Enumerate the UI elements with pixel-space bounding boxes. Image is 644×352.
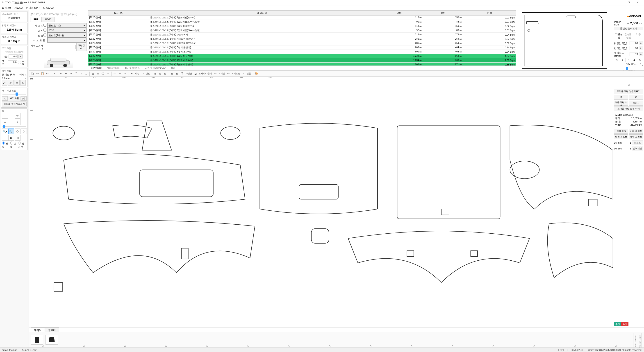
table-row[interactable]: [2020-현재]롤스로이스 고스트(2세대) 2열도어컵(조수석)113 ㎜1… bbox=[88, 24, 516, 28]
align-top-icon[interactable]: ⤒ bbox=[74, 71, 78, 76]
save-server-button[interactable]: 서버에 저장 bbox=[629, 129, 643, 134]
year-check[interactable] bbox=[44, 28, 46, 31]
repeat-count[interactable]: 5 bbox=[630, 147, 631, 150]
strip-label-b[interactable]: 자동차 윈도우마다 bbox=[638, 333, 642, 348]
undo-icon[interactable]: ↶ bbox=[45, 71, 50, 76]
height-input[interactable] bbox=[8, 60, 17, 64]
lock-checkbox[interactable] bbox=[18, 61, 21, 64]
num-tab-2[interactable]: 2 bbox=[620, 58, 626, 62]
pattern-canvas[interactable] bbox=[34, 81, 613, 327]
table-row[interactable]: [2020-현재]롤스로이스 고스트(2세대) 2열도어컵(조수석/일반)92 … bbox=[88, 28, 516, 33]
table-row[interactable]: [2020-현재]롤스로이스 고스트(2세대) B필러(조수석)600 ㎜404… bbox=[88, 50, 516, 54]
repeat-sec[interactable]: 30 Sec bbox=[614, 147, 622, 150]
r-button[interactable]: R bbox=[14, 80, 20, 85]
up-icon[interactable]: ▴ bbox=[25, 73, 26, 76]
palette-icon[interactable]: 🎨 bbox=[254, 71, 258, 76]
menu-file[interactable]: 파일(X) bbox=[14, 6, 23, 9]
e-button[interactable]: E bbox=[20, 80, 26, 85]
info-icon[interactable]: ⓘ bbox=[101, 71, 105, 76]
year-select[interactable]: 2020 bbox=[47, 28, 86, 33]
col-width[interactable]: 너비 bbox=[375, 10, 423, 15]
maker-check[interactable] bbox=[44, 24, 46, 26]
grid-icon[interactable]: ▦ bbox=[91, 71, 95, 76]
maximize-button[interactable]: ☐ bbox=[624, 0, 633, 5]
table-row[interactable]: [2020-현재]롤스로이스 고스트(2세대) 1열도어컵(조수석/일반)91 … bbox=[88, 20, 516, 24]
menu-license[interactable]: 라이선스(Y) bbox=[26, 6, 40, 9]
prev-button[interactable]: |◁ bbox=[2, 96, 8, 101]
pattern-list-button[interactable]: 패턴 리스트 bbox=[614, 134, 628, 139]
table-row[interactable]: [2020-현재]롤스로이스 고스트(2세대) 사이드미러(운전석)286 ㎜2… bbox=[88, 37, 516, 41]
outline-trim-icon[interactable]: ▭ bbox=[226, 71, 230, 76]
num-tab-5[interactable]: 5 bbox=[637, 58, 643, 62]
drop-zone[interactable]: ⊡ bbox=[614, 82, 643, 88]
cut-speed-input[interactable] bbox=[630, 52, 638, 56]
cutoff-button[interactable]: 컷오프 bbox=[632, 140, 643, 145]
strip-label-a[interactable]: 점선 추가 설정 방법 bbox=[633, 333, 637, 348]
text-icon[interactable]: A bbox=[96, 71, 100, 76]
tab-plotter[interactable]: 플로터 bbox=[45, 328, 59, 332]
align-middle-icon[interactable]: ⇕ bbox=[79, 71, 83, 76]
auto-arrange-icon[interactable]: ⊞ bbox=[170, 71, 174, 76]
table-row[interactable]: [2020-현재]롤스로이스 고스트(2세대) 사이드미러(조수석)286 ㎜2… bbox=[88, 41, 516, 45]
tab-dash-setting[interactable]: 점선컷설정 bbox=[624, 32, 634, 40]
copy-icon[interactable]: ⿻ bbox=[30, 71, 35, 76]
c-button[interactable]: C bbox=[629, 95, 643, 100]
tool-slider[interactable] bbox=[2, 126, 26, 127]
crop-tool-icon[interactable]: ◫ bbox=[15, 135, 20, 141]
delete-icon[interactable]: ✕ bbox=[52, 71, 56, 76]
subtab-basic[interactable]: 기본데이터 bbox=[89, 66, 104, 70]
tab-wnd[interactable]: WND bbox=[42, 17, 54, 21]
line-solid-icon[interactable]: — bbox=[113, 71, 117, 76]
group-icon[interactable]: ⊞ bbox=[153, 71, 158, 76]
subtab-review[interactable]: 리뷰,수정요청및Q&A bbox=[143, 66, 168, 70]
grid-tool-icon[interactable]: ▦ bbox=[8, 135, 14, 141]
rect-tool-icon[interactable]: ▭ bbox=[2, 119, 8, 125]
col-year[interactable]: 출고년도 bbox=[88, 10, 149, 15]
repeat-button[interactable]: 반복컷팅 bbox=[632, 146, 643, 151]
cutoff-mm[interactable]: 15 mm bbox=[614, 141, 622, 144]
split-icon[interactable]: ≡ bbox=[241, 71, 246, 76]
layout-slider[interactable] bbox=[2, 94, 26, 94]
search-button[interactable]: 패턴검색 bbox=[76, 43, 86, 51]
line-dash-icon[interactable]: ┄ bbox=[118, 71, 122, 76]
subtab-settings[interactable]: 설정 bbox=[168, 66, 178, 70]
ungroup-icon[interactable]: ⊟ bbox=[158, 71, 163, 76]
table-row[interactable]: [2020-현재]롤스로이스 고스트(2세대) B필러(운전석)600 ㎜404… bbox=[88, 45, 516, 50]
corner-icon[interactable]: ◢ bbox=[193, 71, 198, 76]
curve-tool-icon[interactable]: ⌒ bbox=[2, 135, 8, 141]
next-button[interactable]: ▷| bbox=[21, 96, 26, 101]
sub-select[interactable] bbox=[47, 38, 86, 42]
cutoff-count[interactable]: 1 bbox=[630, 141, 631, 144]
col-area[interactable]: 면적 bbox=[463, 10, 516, 15]
tab-editor[interactable]: 에디터 bbox=[31, 328, 45, 332]
batch-cut-button[interactable]: 모아둔 패턴 일괄자르기 bbox=[614, 89, 643, 94]
paint-add-icon[interactable]: 🖌+ bbox=[2, 80, 8, 85]
table-row[interactable]: [2020-현재]롤스로이스 고스트(2세대) 1열도어(운전석)1,234 ㎜… bbox=[88, 54, 516, 58]
paint-remove-icon[interactable]: 🖌- bbox=[8, 80, 14, 85]
model-check[interactable] bbox=[44, 33, 46, 36]
tab-ppf[interactable]: PPF bbox=[30, 17, 42, 21]
cut-press-input[interactable] bbox=[630, 41, 638, 45]
measure-icon[interactable]: ↔ bbox=[106, 71, 110, 76]
paste-icon[interactable]: 📋 bbox=[40, 71, 44, 76]
table-row[interactable]: [2020-현재]롤스로이스 고스트(2세대) 1열도어(조수석)1,234 ㎜… bbox=[88, 58, 516, 62]
refresh-tool-icon[interactable]: ⟳ bbox=[15, 113, 20, 119]
table-row[interactable]: [2020-현재]롤스로이스 고스트(2세대) 1열도어컵(조수석)112 ㎜1… bbox=[88, 15, 516, 20]
table-row[interactable]: [2020-현재]롤스로이스 고스트(2세대) 주유구커버218 ㎜179 ㎜0… bbox=[88, 33, 516, 37]
all-delete-button[interactable]: 모아둔 패턴 전부 삭제 bbox=[614, 106, 643, 111]
tab-basic-setting[interactable]: 기본설정 bbox=[614, 32, 624, 40]
circle-tool-icon[interactable]: ○ bbox=[15, 119, 20, 125]
subtab-user[interactable]: 사용자데이터 bbox=[104, 66, 122, 70]
num-tab-1[interactable]: 1 bbox=[614, 58, 620, 62]
num-tab-4[interactable]: 4 bbox=[632, 58, 637, 62]
cut-dot-radio[interactable]: 점선컷 bbox=[18, 142, 26, 149]
load-roll-button[interactable]: 롤 설정 불러오기 bbox=[614, 27, 643, 30]
init-view-button[interactable]: 초기화면 bbox=[8, 96, 21, 101]
rotate-icon[interactable]: ⟲ bbox=[130, 71, 134, 76]
subtab-recent[interactable]: 최근컷팅데이터 bbox=[122, 66, 143, 70]
auto-arrange2-icon[interactable]: ⊞ bbox=[175, 71, 180, 76]
select-icon[interactable]: ▭ bbox=[35, 71, 40, 76]
align-center-h-icon[interactable]: ⇔ bbox=[64, 71, 68, 76]
model-select[interactable]: 고스트(2세대) bbox=[47, 33, 86, 37]
cut-half-radio[interactable]: 반 컷 bbox=[10, 142, 17, 149]
